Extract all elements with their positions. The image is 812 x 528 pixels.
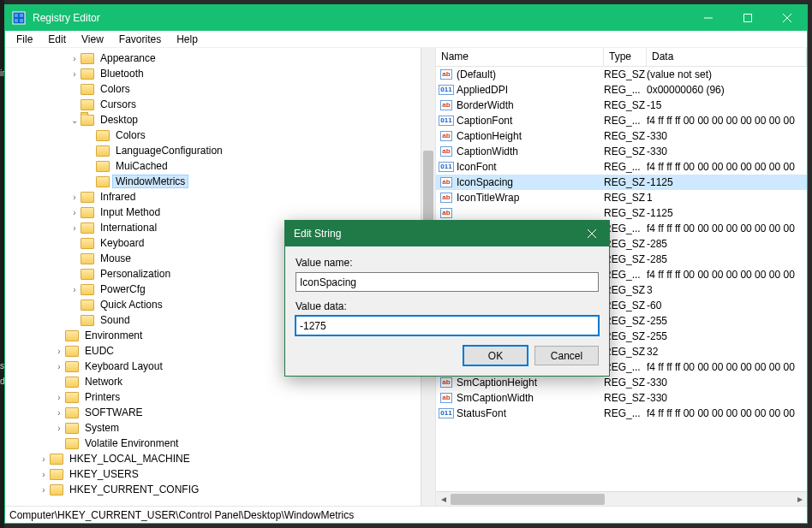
value-data: f4 ff ff ff 00 00 00 00 00 00 00 00 (647, 115, 807, 127)
tree-item-label: Mouse (98, 252, 134, 264)
tree-item[interactable]: ›Printers (5, 389, 435, 405)
value-row[interactable]: ab(Default)REG_SZ(value not set) (436, 67, 807, 82)
value-type: REG_SZ (604, 192, 647, 204)
ok-button[interactable]: OK (463, 346, 528, 365)
value-row[interactable]: abIconSpacingREG_SZ-1125 (436, 175, 807, 190)
value-row[interactable]: 011IconFontREG_...f4 ff ff ff 00 00 00 0… (436, 159, 807, 175)
value-row[interactable]: abIconTitleWrapREG_SZ1 (436, 190, 807, 205)
folder-icon (81, 315, 94, 326)
tree-item[interactable]: ›Input Method (5, 205, 435, 220)
value-type: REG_SZ (604, 130, 647, 142)
folder-icon (81, 300, 94, 311)
menu-favorites[interactable]: Favorites (112, 32, 168, 47)
chevron-right-icon[interactable]: › (69, 68, 81, 80)
menu-help[interactable]: Help (170, 32, 205, 47)
tree-item[interactable]: Cursors (5, 97, 435, 112)
chevron-right-icon[interactable]: › (53, 406, 65, 418)
value-type: REG_SZ (604, 68, 647, 80)
value-row[interactable]: abSmCaptionHeightREG_SZ-330 (436, 375, 807, 390)
menu-view[interactable]: View (75, 32, 110, 47)
value-type: REG_SZ (604, 346, 647, 358)
value-name: StatusFont (457, 407, 604, 419)
chevron-right-icon[interactable]: › (53, 422, 65, 434)
minimize-button[interactable] (689, 5, 728, 31)
value-row[interactable]: 011StatusFontREG_...f4 ff ff ff 00 00 00… (436, 406, 807, 421)
tree-item[interactable]: ›HKEY_USERS (5, 466, 435, 482)
column-name[interactable]: Name (436, 48, 604, 66)
value-row[interactable]: 011CaptionFontREG_...f4 ff ff ff 00 00 0… (436, 113, 807, 128)
chevron-right-icon[interactable]: › (53, 391, 65, 403)
chevron-right-icon[interactable]: › (53, 345, 65, 357)
dialog-titlebar[interactable]: Edit String (285, 221, 609, 246)
chevron-right-icon[interactable]: › (53, 360, 65, 372)
value-data-input[interactable] (296, 316, 599, 335)
tree-item[interactable]: Colors (5, 81, 435, 97)
value-row[interactable]: abCaptionWidthREG_SZ-330 (436, 144, 807, 159)
menu-file[interactable]: File (9, 32, 39, 47)
value-name: IconTitleWrap (457, 192, 604, 204)
chevron-right-icon[interactable]: › (38, 484, 50, 495)
tree-item[interactable]: ›Bluetooth (5, 66, 435, 81)
maximize-button[interactable] (728, 5, 767, 31)
tree-item[interactable]: Volatile Environment (5, 436, 435, 451)
folder-icon (65, 392, 79, 403)
value-name-input[interactable] (296, 272, 599, 292)
value-row[interactable]: abSmCaptionWidthREG_SZ-330 (436, 390, 807, 406)
svg-rect-2 (20, 14, 23, 17)
binary-value-icon: 011 (439, 406, 453, 420)
cancel-button[interactable]: Cancel (534, 346, 599, 365)
value-row[interactable]: abCaptionHeightREG_SZ-330 (436, 128, 807, 144)
values-h-scrollbar[interactable]: ◂ ▸ (436, 491, 807, 506)
titlebar[interactable]: Registry Editor (5, 5, 807, 31)
value-data: -255 (647, 330, 807, 342)
tree-item[interactable]: MuiCached (5, 158, 435, 174)
tree-item[interactable]: LanguageConfiguration (5, 143, 435, 158)
value-row[interactable]: abBorderWidthREG_SZ-15 (436, 98, 807, 113)
menu-edit[interactable]: Edit (41, 32, 73, 47)
value-data: -15 (647, 99, 807, 111)
column-data[interactable]: Data (647, 48, 807, 66)
value-data: -330 (647, 145, 807, 157)
dialog-close-button[interactable] (575, 221, 609, 246)
tree-item-label: Colors (113, 129, 148, 141)
chevron-right-icon[interactable]: › (69, 191, 81, 203)
close-button[interactable] (767, 5, 807, 31)
string-value-icon: ab (439, 175, 453, 189)
value-type: REG_SZ (604, 145, 647, 157)
string-value-icon: ab (439, 391, 453, 405)
tree-item[interactable]: ⌄Desktop (5, 112, 435, 128)
tree-item[interactable]: ›Infrared (5, 189, 435, 205)
value-row[interactable]: abREG_SZ-1125 (436, 205, 807, 221)
chevron-down-icon[interactable]: ⌄ (69, 114, 81, 126)
value-name: CaptionHeight (457, 130, 604, 142)
value-name: (Default) (457, 68, 604, 80)
tree-item[interactable]: ›System (5, 420, 435, 436)
value-data: -60 (647, 300, 807, 311)
folder-icon (65, 407, 79, 418)
value-data: (value not set) (647, 68, 807, 80)
chevron-right-icon[interactable]: › (38, 453, 50, 465)
edit-string-dialog: Edit String Value name: Value data: OK C… (284, 220, 610, 377)
tree-item[interactable]: ›HKEY_LOCAL_MACHINE (5, 451, 435, 466)
tree-item[interactable]: ›Appearance (5, 50, 435, 66)
scroll-left-icon[interactable]: ◂ (436, 492, 451, 507)
tree-item[interactable]: Colors (5, 128, 435, 143)
chevron-right-icon[interactable]: › (69, 206, 81, 218)
tree-item[interactable]: WindowMetrics (5, 174, 435, 189)
tree-item[interactable]: ›SOFTWARE (5, 405, 435, 420)
scroll-right-icon[interactable]: ▸ (792, 492, 807, 507)
value-data: -285 (647, 238, 807, 250)
status-bar: Computer\HKEY_CURRENT_USER\Control Panel… (5, 506, 807, 523)
tree-item[interactable]: ›HKEY_CURRENT_CONFIG (5, 482, 435, 497)
chevron-right-icon[interactable]: › (69, 52, 81, 64)
h-scrollbar-thumb[interactable] (451, 494, 605, 505)
value-data: f4 ff ff ff 00 00 00 00 00 00 00 00 (647, 407, 807, 419)
svg-rect-6 (744, 15, 752, 22)
column-type[interactable]: Type (604, 48, 647, 66)
tree-item-label: Sound (98, 314, 133, 326)
value-name: BorderWidth (457, 99, 604, 111)
chevron-right-icon[interactable]: › (69, 222, 81, 234)
value-row[interactable]: 011AppliedDPIREG_...0x00000060 (96) (436, 82, 807, 98)
chevron-right-icon[interactable]: › (69, 283, 81, 295)
chevron-right-icon[interactable]: › (38, 468, 50, 480)
